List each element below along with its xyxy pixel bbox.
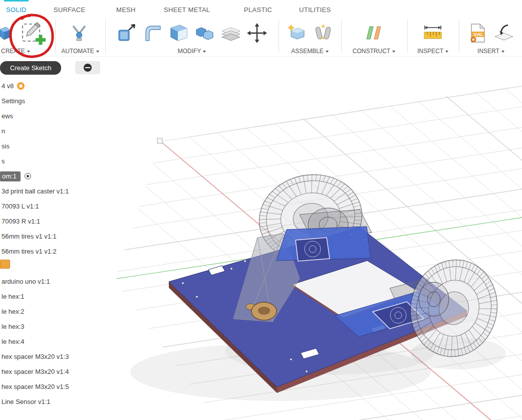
shell-icon[interactable]: [168, 22, 190, 44]
inspect-menu[interactable]: INSPECT: [408, 48, 458, 55]
browser-item-label: 70093 R v1:1: [2, 218, 40, 225]
automate-icon[interactable]: [70, 23, 91, 44]
ribbon-separator: [459, 19, 459, 53]
ribbon-separator: [105, 19, 106, 53]
browser-item-hex-1[interactable]: le hex:1: [0, 291, 29, 302]
browser-item-tire-1[interactable]: 56mm tires v1 v1:1: [0, 231, 61, 242]
chevron-down-icon: [96, 51, 99, 53]
create-sketch-icon[interactable]: [20, 20, 47, 47]
browser-item-label: ews: [2, 112, 13, 120]
chevron-down-icon: [445, 51, 448, 53]
tab-solid[interactable]: SOLID: [4, 0, 29, 18]
construct-menu-label: CONSTRUCT: [353, 48, 390, 55]
create-sketch-tooltip: Create Sketch: [0, 61, 61, 75]
ribbon-separator: [55, 19, 56, 53]
collapse-button[interactable]: [75, 61, 100, 74]
browser-item-label: s: [2, 157, 5, 165]
browser-item-highlighted[interactable]: [0, 260, 10, 269]
browser-item-label: hex spacer M3x20 v1:5: [2, 383, 69, 390]
tab-sheet-metal[interactable]: SHEET METAL: [162, 0, 212, 18]
assemble-menu[interactable]: ASSEMBLE: [280, 48, 340, 55]
browser-item-line-sensor[interactable]: Line Sensor v1:1: [0, 396, 55, 407]
construct-menu[interactable]: CONSTRUCT: [342, 48, 406, 55]
browser-item-label: hex spacer M3x20 v1:3: [2, 353, 69, 360]
browser-item-label: le hex:4: [2, 338, 25, 345]
new-component-icon[interactable]: [286, 22, 308, 44]
browser-item-label: Settings: [2, 97, 25, 105]
browser-item-hex-4[interactable]: le hex:4: [0, 336, 29, 347]
browser-item-origin[interactable]: n: [0, 126, 10, 136]
chevron-down-icon: [501, 51, 504, 53]
insert-svg-icon[interactable]: SVG: [467, 22, 489, 44]
activate-component-radio[interactable]: [23, 171, 34, 181]
browser-item-hex-2[interactable]: le hex:2: [0, 306, 29, 317]
ribbon-separator: [341, 19, 342, 53]
tab-mesh[interactable]: MESH: [114, 0, 138, 18]
press-pull-icon[interactable]: [116, 22, 138, 44]
tab-surface[interactable]: SURFACE: [52, 0, 88, 18]
tab-plastic[interactable]: PLASTIC: [242, 0, 274, 18]
wheel-right-hub: [419, 282, 449, 316]
browser-item-sketches[interactable]: s: [0, 156, 10, 166]
browser-item-label: sis: [2, 142, 10, 150]
construct-plane-icon[interactable]: [363, 22, 385, 44]
browser-item-label: arduino uno v1:1: [2, 278, 50, 285]
insert-mesh-icon[interactable]: [493, 22, 515, 44]
browser-item-document-settings[interactable]: Settings: [0, 96, 30, 106]
chevron-down-icon: [392, 51, 395, 53]
radio-selected-icon: [25, 173, 31, 179]
toolbar-group-assemble: ASSEMBLE: [280, 18, 340, 56]
browser-item-spacer-4[interactable]: hex spacer M3x20 v1:4: [0, 366, 73, 377]
automate-menu-label: AUTOMATE: [61, 48, 94, 55]
tab-utilities[interactable]: UTILITIES: [297, 0, 333, 18]
grid-corner-handle[interactable]: [157, 138, 162, 143]
browser-item-named-views[interactable]: ews: [0, 111, 18, 121]
measure-icon[interactable]: [422, 22, 444, 44]
browser-item-label: 56mm tires v1 v1:1: [2, 233, 57, 240]
browser-item-motor-r[interactable]: 70093 R v1:1: [0, 216, 45, 227]
browser-item-hex-3[interactable]: le hex:3: [0, 321, 29, 332]
browser-item-spacer-3[interactable]: hex spacer M3x20 v1:3: [0, 351, 73, 362]
combine-icon[interactable]: [194, 22, 216, 44]
toolbar-tab-bar: SOLID SURFACE MESH SHEET METAL PLASTIC U…: [0, 0, 522, 18]
create-solid-icon[interactable]: [0, 23, 13, 44]
split-body-icon[interactable]: [220, 22, 242, 44]
create-menu-label: CREATE: [1, 48, 25, 55]
chevron-down-icon: [203, 51, 206, 53]
browser-item-document-title[interactable]: 4 v8: [0, 81, 29, 91]
modify-menu-label: MODIFY: [178, 48, 201, 55]
browser-item-tire-2[interactable]: 56mm tires v1 v1:2: [0, 246, 61, 257]
svg-badge-text: SVG: [473, 32, 482, 37]
active-component-label: om:1: [0, 171, 21, 181]
browser-item-spacer-5[interactable]: hex spacer M3x20 v1:5: [0, 381, 73, 392]
browser-item-label: hex spacer M3x20 v1:4: [2, 368, 69, 375]
chevron-down-icon: [326, 51, 329, 53]
modify-menu[interactable]: MODIFY: [106, 48, 278, 55]
unsaved-badge-icon: [17, 82, 25, 90]
fillet-icon[interactable]: [142, 22, 164, 44]
toolbar-group-automate: AUTOMATE: [56, 18, 104, 56]
motor-mount-rear[interactable]: [277, 227, 371, 261]
assemble-menu-label: ASSEMBLE: [291, 48, 324, 55]
minus-icon: [84, 64, 92, 72]
browser-item-arduino[interactable]: arduino uno v1:1: [0, 276, 55, 287]
inspect-menu-label: INSPECT: [417, 48, 443, 55]
toolbar-group-insert: SVG INSERT: [460, 18, 522, 56]
move-icon[interactable]: [246, 22, 268, 44]
browser-item-label: le hex:1: [2, 293, 25, 300]
browser-item-label: Line Sensor v1:1: [2, 398, 51, 405]
automate-menu[interactable]: AUTOMATE: [56, 48, 104, 55]
browser-item-active-component[interactable]: om:1: [0, 171, 34, 181]
joint-icon[interactable]: [312, 22, 334, 44]
browser-item-motor-l[interactable]: 70093 L v1:1: [0, 201, 44, 212]
toolbar-group-modify: MODIFY: [106, 18, 278, 56]
insert-menu[interactable]: INSERT: [460, 48, 522, 55]
toolbar-ribbon: CREATE AUTOMATE: [0, 18, 522, 57]
create-menu[interactable]: CREATE: [0, 48, 54, 55]
browser-item-label: le hex:3: [2, 323, 25, 330]
browser-item-analysis[interactable]: sis: [0, 141, 14, 151]
browser-item-ball-caster[interactable]: 3d print ball caster v1:1: [0, 186, 73, 196]
insert-menu-label: INSERT: [477, 48, 499, 55]
fusion-app-window: SOLID SURFACE MESH SHEET METAL PLASTIC U…: [0, 0, 522, 420]
browser-item-label: 4 v8: [2, 82, 14, 90]
